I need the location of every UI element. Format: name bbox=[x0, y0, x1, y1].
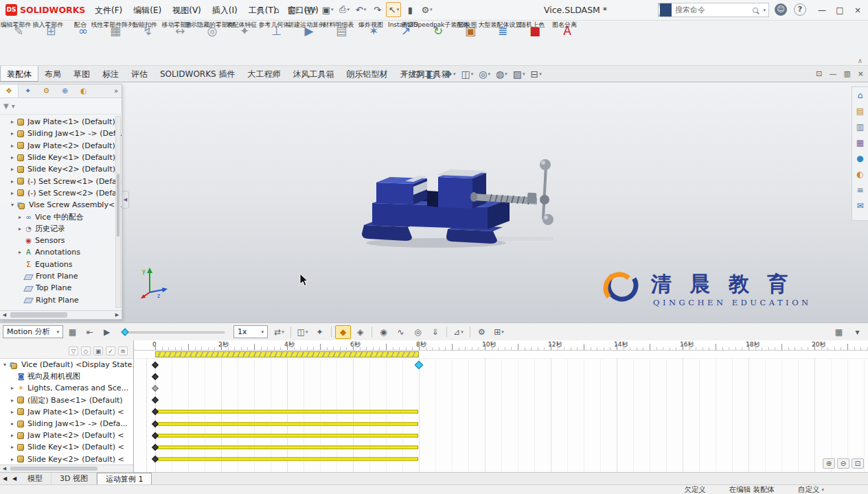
calculate-icon[interactable]: ▦ bbox=[65, 325, 80, 339]
play-from-start-icon[interactable]: ⇤ bbox=[82, 325, 98, 339]
smart-fasteners-button[interactable]: ↯智能扣件 bbox=[132, 23, 163, 39]
motion-tree-row[interactable]: ▸Sliding Jaw<1> -> (Defa... bbox=[0, 418, 133, 430]
select-arrow-icon[interactable]: ↖▾ bbox=[386, 2, 401, 17]
assembly-features-button[interactable]: ✦装配体特征 bbox=[229, 23, 260, 39]
filter-funnel-icon[interactable]: ▼ bbox=[3, 102, 9, 110]
expand-arrow-icon[interactable]: ▸ bbox=[9, 397, 16, 403]
vice-model[interactable] bbox=[350, 150, 584, 252]
search-dropdown-caret-icon[interactable]: ▾ bbox=[763, 8, 766, 13]
expand-arrow-icon[interactable]: ▸ bbox=[9, 409, 16, 415]
configurationmanager-tab-icon[interactable]: ⚙ bbox=[37, 84, 56, 97]
doc-minimize-icon[interactable]: — bbox=[829, 69, 836, 78]
feature-tree-item[interactable]: Top Plane bbox=[0, 282, 122, 294]
undo-icon[interactable]: ↶▾ bbox=[353, 2, 368, 17]
tab-scroll-icon[interactable]: ◀ bbox=[10, 473, 19, 484]
motion-tree-row[interactable]: ▸Jaw Plate<1> (Default) < bbox=[0, 406, 133, 418]
panel-expand-icon[interactable]: » bbox=[111, 87, 122, 95]
timeline-key[interactable] bbox=[415, 360, 424, 369]
timeline-key[interactable] bbox=[152, 397, 159, 403]
motion-tree-row[interactable]: ▸Jaw Plate<2> (Default) < bbox=[0, 430, 133, 441]
doc-close-icon[interactable]: × bbox=[858, 69, 864, 78]
bill-of-materials-button[interactable]: ▤材料明细表 bbox=[326, 23, 357, 39]
timeline-key[interactable] bbox=[152, 385, 159, 392]
maximize-button[interactable]: □ bbox=[831, 0, 849, 20]
section-view-icon[interactable]: ◧▾ bbox=[426, 69, 439, 80]
simulation-setup-icon[interactable]: ⊞▾ bbox=[491, 325, 507, 339]
feature-tree-item[interactable]: ▸Slide Key<2> (Default) bbox=[0, 163, 122, 175]
expand-arrow-icon[interactable]: ▸ bbox=[9, 130, 16, 137]
options-gear-icon[interactable]: ⚙▾ bbox=[419, 2, 434, 17]
play-icon[interactable]: ▶ bbox=[99, 325, 115, 339]
motion-tree-row[interactable]: ◙视向及相机视图 bbox=[0, 370, 133, 382]
commandmanager-tab[interactable]: 评估 bbox=[125, 66, 154, 82]
motion-tree-row[interactable]: ▸(固定) Base<1> (Default) bbox=[0, 395, 133, 406]
motion-filter-results-icon[interactable]: ≋ bbox=[118, 346, 128, 355]
timeline-zoom-in-icon[interactable]: ⊕ bbox=[823, 458, 835, 469]
timeline-change-bar[interactable] bbox=[156, 446, 418, 449]
commandmanager-tab[interactable]: 朗乐铝型材 bbox=[340, 66, 393, 82]
expand-arrow-icon[interactable]: ▸ bbox=[9, 119, 16, 125]
commandmanager-tab[interactable]: 标注 bbox=[96, 66, 125, 82]
commandmanager-tab[interactable]: 布局 bbox=[38, 66, 67, 82]
motion-filter-selected-icon[interactable]: ✓ bbox=[106, 346, 115, 355]
contact-icon[interactable]: ◎ bbox=[410, 325, 426, 339]
timeline-key[interactable] bbox=[152, 362, 159, 368]
linear-component-pattern-button[interactable]: ▦线性零部件阵列 bbox=[100, 23, 131, 39]
menu-item[interactable]: 视图(V) bbox=[167, 3, 207, 19]
view-orientation-icon[interactable]: ❖▾ bbox=[444, 69, 455, 80]
gravity-icon[interactable]: ⇓ bbox=[427, 325, 443, 339]
expand-arrow-icon[interactable]: ▸ bbox=[9, 421, 16, 427]
feature-tree-item[interactable]: ▸AAnnotations bbox=[0, 246, 122, 258]
commandmanager-tab[interactable]: SOLIDWORKS 插件 bbox=[154, 66, 241, 82]
expand-arrow-icon[interactable]: ▾ bbox=[9, 202, 16, 208]
motion-tree-row[interactable]: ▾Vice (Default) <Display State... bbox=[0, 359, 133, 370]
displaymanager-tab-icon[interactable]: ◐ bbox=[74, 84, 93, 97]
timeline-grid-icon[interactable]: ▦ bbox=[831, 325, 847, 339]
search-magnifier-icon[interactable] bbox=[753, 8, 758, 13]
results-icon[interactable]: ⊿▾ bbox=[450, 325, 466, 339]
redo-icon[interactable]: ↷ bbox=[369, 2, 385, 17]
dropdown-caret-icon[interactable]: ▾ bbox=[12, 102, 15, 110]
view-settings-icon[interactable]: ⊟▾ bbox=[530, 69, 541, 80]
insert-components-button[interactable]: ⊞插入零部件 bbox=[35, 23, 67, 39]
feature-tree-item[interactable]: ▸Sliding Jaw<1> -> (Def... bbox=[0, 128, 122, 139]
search-input[interactable] bbox=[672, 5, 753, 14]
open-file-icon[interactable]: ◰▾ bbox=[303, 2, 319, 17]
scroll-left-icon[interactable]: ◀ bbox=[0, 312, 9, 318]
expand-arrow-icon[interactable]: ▸ bbox=[16, 214, 23, 220]
show-hidden-components-button[interactable]: ◎显示隐藏的零部件 bbox=[196, 23, 228, 39]
timeline-key[interactable] bbox=[152, 373, 159, 380]
edit-component-button[interactable]: ✎编辑零部件 bbox=[3, 23, 34, 39]
featuremanager-tab-icon[interactable]: ❖ bbox=[0, 84, 19, 97]
scrollbar-thumb[interactable] bbox=[10, 312, 67, 318]
motion-study-type-select[interactable]: Motion 分析▾ bbox=[3, 325, 63, 338]
commandmanager-tab[interactable]: 装配体 bbox=[0, 66, 38, 82]
user-account-icon[interactable]: ☺ bbox=[775, 3, 787, 16]
commandmanager-tab[interactable]: 草图 bbox=[67, 66, 96, 82]
playback-speed-select[interactable]: 1x▾ bbox=[233, 325, 268, 338]
hide-show-items-icon[interactable]: ◎▾ bbox=[479, 69, 490, 80]
feature-tree-item[interactable]: Front Plane bbox=[0, 270, 122, 282]
feature-tree-item[interactable]: ▸(-) Set Screw<1> (Defau... bbox=[0, 175, 122, 187]
doc-tile-icon[interactable]: ▥ bbox=[843, 69, 850, 78]
spring-icon[interactable]: ∿ bbox=[393, 325, 409, 339]
propertymanager-tab-icon[interactable]: ✦ bbox=[19, 84, 37, 97]
graphics-viewport[interactable]: y z 清 晨 教 育 QINGCHEN EDUCATION bbox=[0, 82, 868, 322]
new-file-icon[interactable]: ▢▾ bbox=[286, 2, 301, 17]
scrollbar-thumb[interactable] bbox=[10, 467, 98, 471]
tab-scroll-icon[interactable]: ◀ bbox=[0, 473, 10, 484]
detach-name-button[interactable]: A图名分离 bbox=[551, 23, 583, 39]
scroll-right-icon[interactable]: ▶ bbox=[113, 312, 122, 318]
expand-arrow-icon[interactable]: ▸ bbox=[9, 385, 16, 391]
timeline-position-slider[interactable] bbox=[122, 327, 225, 337]
menu-item[interactable]: 编辑(E) bbox=[128, 3, 167, 19]
panel-horizontal-scrollbar[interactable]: ◀ ▶ bbox=[0, 310, 122, 319]
zoom-area-icon[interactable]: ⊡ bbox=[413, 69, 421, 80]
expand-arrow-icon[interactable]: ▸ bbox=[16, 249, 23, 255]
save-icon[interactable]: ▣▾ bbox=[320, 2, 336, 17]
document-tab[interactable]: 3D 视图 bbox=[52, 473, 97, 484]
zoom-fit-icon[interactable]: ⌖ bbox=[402, 68, 407, 80]
expand-arrow-icon[interactable]: ▸ bbox=[9, 444, 16, 450]
minimize-button[interactable]: — bbox=[813, 0, 831, 20]
feature-tree-item[interactable]: ▸Jaw Plate<1> (Default) bbox=[0, 116, 122, 128]
